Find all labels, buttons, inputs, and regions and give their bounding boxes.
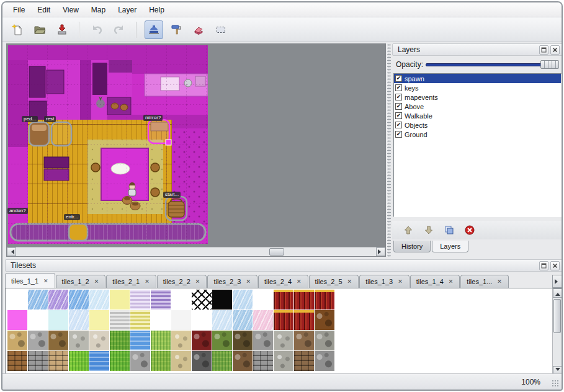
tileset-tile[interactable] xyxy=(130,310,150,330)
menu-view[interactable]: View xyxy=(57,4,84,16)
dock-splitter[interactable] xyxy=(387,43,391,257)
tileset-tile[interactable] xyxy=(69,310,89,330)
undo-button[interactable] xyxy=(87,20,106,39)
tileset-vscrollbar[interactable] xyxy=(552,288,562,375)
tileset-tile[interactable] xyxy=(192,290,212,310)
tileset-tile[interactable] xyxy=(274,290,293,310)
tileset-tile[interactable] xyxy=(89,331,109,350)
layer-visibility-checkbox[interactable] xyxy=(395,112,402,119)
tileset-tile[interactable] xyxy=(171,351,191,371)
float-panel-button[interactable] xyxy=(539,261,548,270)
tileset-tile[interactable] xyxy=(69,290,89,310)
lower-layer-button[interactable] xyxy=(421,223,436,238)
tileset-tile[interactable] xyxy=(110,290,130,310)
tileset-tile[interactable] xyxy=(192,351,212,371)
tileset-tile[interactable] xyxy=(28,310,48,330)
hscroll-thumb[interactable] xyxy=(269,248,284,256)
layer-visibility-checkbox[interactable] xyxy=(395,94,402,100)
open-file-button[interactable] xyxy=(30,20,49,39)
save-file-button[interactable] xyxy=(53,20,71,39)
tab-close-icon[interactable]: ✕ xyxy=(144,278,150,285)
tileset-tile[interactable] xyxy=(130,290,150,310)
tab-close-icon[interactable]: ✕ xyxy=(496,278,503,285)
layer-row-keys[interactable]: keys xyxy=(394,83,561,92)
layer-row-Ground[interactable]: Ground xyxy=(394,130,561,139)
new-file-button[interactable] xyxy=(8,20,27,39)
opacity-slider[interactable] xyxy=(426,59,559,70)
tileset-tile[interactable] xyxy=(233,351,253,371)
tileset-tile[interactable] xyxy=(48,310,68,330)
menu-edit[interactable]: Edit xyxy=(32,4,56,16)
tileset-tile[interactable] xyxy=(212,310,232,330)
layer-row-spawn[interactable]: spawn xyxy=(394,74,561,83)
tab-close-icon[interactable]: ✕ xyxy=(296,278,302,285)
tileset-tile[interactable] xyxy=(28,351,48,371)
tileset-tab-tiles_2_2[interactable]: tiles_2_2✕ xyxy=(157,275,207,288)
redo-button[interactable] xyxy=(110,20,128,39)
layer-row-Above[interactable]: Above xyxy=(394,102,561,111)
vscroll-track[interactable] xyxy=(553,298,562,366)
map-hscrollbar[interactable] xyxy=(7,247,385,256)
tileset-tile[interactable] xyxy=(28,290,48,310)
tileset-tile[interactable] xyxy=(89,351,109,371)
tileset-tile[interactable] xyxy=(7,310,27,330)
tileset-tile[interactable] xyxy=(253,351,273,371)
tileset-tile[interactable] xyxy=(151,331,171,350)
tileset-tile[interactable] xyxy=(315,331,334,350)
float-panel-button[interactable] xyxy=(539,45,548,55)
menu-help[interactable]: Help xyxy=(143,4,170,16)
tileset-tile[interactable] xyxy=(151,290,171,310)
hscroll-track[interactable] xyxy=(16,247,376,256)
tileset-tab-tiles_1...[interactable]: tiles_1...✕ xyxy=(460,275,509,288)
tileset-tile[interactable] xyxy=(294,351,314,371)
layer-row-mapevents[interactable]: mapevents xyxy=(394,92,561,102)
resize-grip[interactable] xyxy=(552,380,560,388)
opacity-slider-handle[interactable] xyxy=(540,60,559,69)
scroll-left-icon[interactable] xyxy=(7,247,16,256)
tileset-tile[interactable] xyxy=(48,290,68,310)
tab-close-icon[interactable]: ✕ xyxy=(347,278,353,285)
tab-close-icon[interactable]: ✕ xyxy=(43,278,49,284)
tileset-tile[interactable] xyxy=(253,331,273,350)
delete-layer-button[interactable] xyxy=(462,223,477,238)
tileset-tile[interactable] xyxy=(151,351,171,371)
tileset-tile[interactable] xyxy=(69,331,89,350)
tileset-tile[interactable] xyxy=(7,331,27,350)
tileset-tile[interactable] xyxy=(192,310,212,330)
scroll-right-icon[interactable] xyxy=(376,247,385,256)
tileset-tile[interactable] xyxy=(233,310,253,330)
tileset-tile[interactable] xyxy=(69,351,89,371)
tileset-tile[interactable] xyxy=(315,310,334,330)
tileset-tile[interactable] xyxy=(294,310,314,330)
tileset-tile[interactable] xyxy=(253,290,273,310)
tileset-tab-tiles_2_5[interactable]: tiles_2_5✕ xyxy=(309,275,359,288)
tileset-tile[interactable] xyxy=(48,351,68,371)
close-panel-button[interactable] xyxy=(550,45,560,55)
tab-close-icon[interactable]: ✕ xyxy=(448,278,454,285)
tileset-tile[interactable] xyxy=(28,331,48,350)
tileset-tile[interactable] xyxy=(171,331,191,350)
tab-layers[interactable]: Layers xyxy=(432,241,468,252)
tileset-tile[interactable] xyxy=(212,351,232,371)
raise-layer-button[interactable] xyxy=(401,223,416,238)
tileset-tab-tiles_2_3[interactable]: tiles_2_3✕ xyxy=(207,275,257,288)
close-panel-button[interactable] xyxy=(550,261,560,270)
tileset-tile[interactable] xyxy=(130,351,150,371)
menu-map[interactable]: Map xyxy=(86,4,111,16)
tileset-tab-tiles_1_2[interactable]: tiles_1_2✕ xyxy=(56,275,106,288)
menu-file[interactable]: File xyxy=(7,4,30,16)
tileset-tile[interactable] xyxy=(315,290,334,310)
tileset-tile[interactable] xyxy=(212,331,232,350)
tileset-tile[interactable] xyxy=(233,290,253,310)
tab-history[interactable]: History xyxy=(393,241,431,252)
vscroll-thumb[interactable] xyxy=(553,299,561,333)
duplicate-layer-button[interactable] xyxy=(442,223,457,238)
layer-visibility-checkbox[interactable] xyxy=(395,75,402,82)
tileset-tile[interactable] xyxy=(89,310,109,330)
tileset-tile[interactable] xyxy=(110,331,130,350)
tileset-tab-tiles_1_1[interactable]: tiles_1_1✕ xyxy=(5,273,55,288)
layer-visibility-checkbox[interactable] xyxy=(395,131,402,138)
tileset-tile[interactable] xyxy=(192,331,212,350)
select-tool-button[interactable] xyxy=(212,20,230,39)
tileset-tile[interactable] xyxy=(274,331,293,350)
